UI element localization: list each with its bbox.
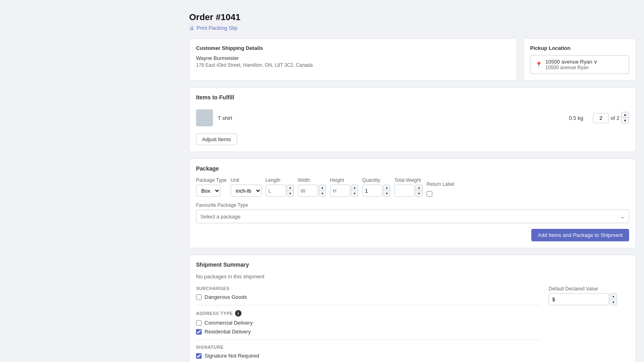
residential-delivery-label: Residential Delivery — [204, 329, 251, 335]
main-content: Order #1041 🖨 Print Packing Slip Custome… — [185, 8, 644, 362]
residential-delivery-checkbox[interactable] — [196, 329, 202, 335]
length-decrement[interactable]: ▼ — [287, 191, 293, 196]
length-input[interactable] — [266, 185, 286, 197]
dangerous-goods-row: Dangerous Goods — [196, 294, 541, 300]
items-to-fulfill-card: Items to Fulfill T shirt 0.5 kg of 2 ▲ ▼… — [189, 87, 636, 152]
pickup-location-card: Pickup Location 📍 10500 avenue Ryan ∨ 10… — [523, 38, 636, 81]
declared-value-stepper[interactable]: ▲ ▼ — [610, 293, 617, 305]
customer-name: Wayne Burmeister — [196, 55, 510, 61]
surcharges-left: SURCHARGES Dangerous Goods ADDRESS TYPE … — [196, 286, 541, 362]
signature-not-required-row: Signature Not Required — [196, 353, 541, 359]
width-decrement[interactable]: ▼ — [319, 191, 326, 196]
unit-field: Unit inch-lb — [231, 177, 262, 197]
item-qty-decrement[interactable]: ▼ — [621, 118, 629, 123]
total-weight-label: Total Weight — [394, 177, 423, 183]
quantity-increment[interactable]: ▲ — [384, 185, 390, 191]
declared-value-input[interactable] — [549, 293, 609, 305]
divider-1 — [196, 305, 541, 305]
pickup-location-select[interactable]: 📍 10500 avenue Ryan ∨ 10500 avenue Ryan — [530, 55, 629, 74]
width-input[interactable] — [298, 185, 318, 197]
address-type-label: ADDRESS TYPE — [196, 311, 233, 316]
height-decrement[interactable]: ▼ — [351, 191, 358, 196]
surcharges-grid: SURCHARGES Dangerous Goods ADDRESS TYPE … — [196, 286, 629, 362]
length-label: Length — [266, 177, 294, 183]
package-section-title: Package — [196, 165, 629, 172]
item-quantity-control: of 2 ▲ ▼ — [593, 112, 629, 124]
no-packages-text: No packages in this shipment — [196, 274, 629, 280]
customer-shipping-title: Customer Shipping Details — [196, 45, 510, 51]
dangerous-goods-checkbox[interactable] — [196, 294, 202, 300]
top-cards-row: Customer Shipping Details Wayne Burmeist… — [189, 38, 636, 81]
item-qty-total: 2 — [617, 115, 619, 121]
shipment-summary-card: Shipment Summary No packages in this shi… — [189, 255, 636, 362]
quantity-decrement[interactable]: ▼ — [384, 191, 390, 196]
unit-label: Unit — [231, 177, 262, 183]
width-increment[interactable]: ▲ — [319, 185, 326, 191]
favourite-package-section: Favourite Package Type Select a package — [196, 202, 629, 223]
package-type-select[interactable]: Box — [196, 185, 221, 197]
residential-delivery-row: Residential Delivery — [196, 329, 541, 335]
adjust-items-button[interactable]: Adjust Items — [196, 134, 237, 145]
quantity-stepper[interactable]: ▲ ▼ — [383, 185, 390, 197]
pickup-location-title: Pickup Location — [530, 45, 629, 51]
return-label-field: Return Label — [427, 181, 454, 197]
package-fields-row: Package Type Box Unit inch-lb — [196, 177, 629, 197]
return-label-label: Return Label — [427, 181, 454, 187]
total-weight-input[interactable] — [394, 185, 415, 197]
print-packing-slip-link[interactable]: 🖨 Print Packing Slip — [189, 25, 636, 31]
length-increment[interactable]: ▲ — [287, 185, 293, 191]
signature-not-required-checkbox[interactable] — [196, 353, 202, 359]
declared-value-label: Default Declared Value — [549, 286, 629, 292]
item-qty-stepper[interactable]: ▲ ▼ — [621, 112, 629, 124]
dangerous-goods-label: Dangerous Goods — [204, 294, 247, 300]
add-items-package-button[interactable]: Add Items and Package to Shipment — [531, 229, 629, 241]
address-type-info-icon[interactable]: i — [235, 310, 242, 317]
item-qty-of-label: of — [611, 115, 615, 121]
declared-value-section: Default Declared Value ▲ ▼ — [549, 286, 629, 305]
quantity-label: Quantity — [362, 177, 390, 183]
width-field: Width ▲ ▼ — [298, 177, 326, 197]
total-weight-stepper[interactable]: ▲ ▼ — [415, 185, 423, 197]
item-qty-increment[interactable]: ▲ — [621, 112, 629, 118]
item-thumbnail — [196, 109, 213, 126]
height-stepper[interactable]: ▲ ▼ — [351, 185, 358, 197]
surcharges-label: SURCHARGES — [196, 286, 541, 291]
pickup-primary-text: 10500 avenue Ryan ∨ — [545, 59, 624, 65]
item-name: T shirt — [218, 115, 564, 121]
item-qty-input[interactable] — [593, 113, 609, 123]
height-increment[interactable]: ▲ — [351, 185, 358, 191]
left-nav — [0, 8, 185, 362]
return-label-checkbox[interactable] — [427, 191, 432, 197]
package-card: Package Package Type Box Unit — [189, 158, 636, 248]
item-weight: 0.5 kg — [569, 115, 583, 121]
height-input[interactable] — [330, 185, 350, 197]
quantity-input[interactable] — [362, 185, 382, 197]
package-type-label: Package Type — [196, 177, 227, 183]
favourite-pkg-label: Favourite Package Type — [196, 202, 629, 208]
customer-shipping-card: Customer Shipping Details Wayne Burmeist… — [189, 38, 517, 81]
signature-label: SIGNATURE — [196, 345, 541, 350]
shipment-summary-title: Shipment Summary — [196, 261, 629, 268]
printer-icon: 🖨 — [189, 25, 194, 31]
customer-address: 178 East 43rd Street, Hamilton, ON, L8T … — [196, 62, 510, 68]
commercial-delivery-row: Commercial Delivery — [196, 320, 541, 326]
commercial-delivery-label: Commercial Delivery — [204, 320, 253, 326]
quantity-field: Quantity ▲ ▼ — [362, 177, 390, 197]
declared-value-increment[interactable]: ▲ — [610, 294, 617, 299]
height-label: Height — [330, 177, 358, 183]
location-pin-icon: 📍 — [535, 62, 542, 68]
declared-value-decrement[interactable]: ▼ — [610, 299, 617, 305]
length-stepper[interactable]: ▲ ▼ — [287, 185, 294, 197]
total-weight-increment[interactable]: ▲ — [416, 185, 422, 191]
total-weight-field: Total Weight ▲ ▼ — [394, 177, 423, 197]
commercial-delivery-checkbox[interactable] — [196, 320, 202, 326]
favourite-pkg-select[interactable]: Select a package — [196, 210, 629, 223]
width-label: Width — [298, 177, 326, 183]
divider-2 — [196, 339, 541, 340]
items-section-title: Items to Fulfill — [196, 94, 629, 101]
width-stepper[interactable]: ▲ ▼ — [319, 185, 326, 197]
unit-select[interactable]: inch-lb — [231, 185, 262, 197]
item-row: T shirt 0.5 kg of 2 ▲ ▼ — [196, 106, 629, 130]
total-weight-decrement[interactable]: ▼ — [416, 191, 422, 196]
pickup-secondary-text: 10500 avenue Ryan — [545, 65, 624, 70]
